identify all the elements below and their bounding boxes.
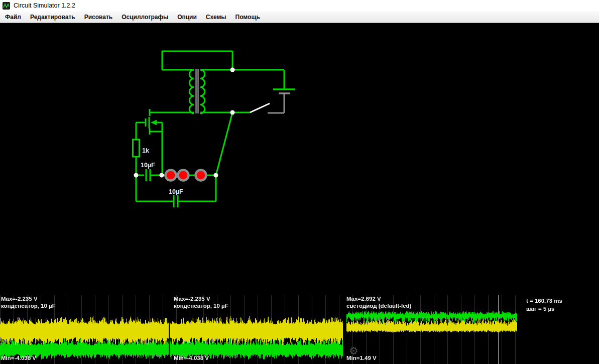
node-led-right (214, 173, 218, 178)
node-switch (230, 110, 235, 115)
transformer[interactable] (189, 69, 232, 113)
scope2-name-label: конденсатор, 10 µF (174, 303, 228, 309)
scope2-min-label: Min=-4.038 V (174, 355, 209, 361)
switch-blade[interactable] (250, 103, 270, 112)
menu-help[interactable]: Помощь (235, 14, 260, 21)
battery-neutral-lead[interactable] (268, 93, 284, 113)
led-2[interactable] (178, 170, 189, 181)
capacitor-1[interactable]: 10µF (136, 162, 162, 181)
menu-edit[interactable]: Редактировать (30, 14, 75, 21)
switch[interactable] (250, 103, 270, 112)
capacitor-1-value-label: 10µF (141, 162, 155, 169)
menu-bar: Файл Редактировать Рисовать Осциллографы… (0, 11, 599, 23)
resistor[interactable]: 1k (133, 140, 149, 157)
scope-settings-gear-icon[interactable]: ⚙ (349, 345, 358, 356)
scope1-name-label: конденсатор, 10 µF (1, 303, 56, 309)
led-chain[interactable] (166, 170, 206, 181)
menu-file[interactable]: Файл (5, 14, 21, 21)
menu-draw[interactable]: Рисовать (84, 14, 113, 21)
transformer-secondary-coil[interactable] (200, 70, 205, 113)
led-1[interactable] (166, 170, 176, 181)
app-icon (3, 2, 10, 10)
scope1-max-label: Max=-2.235 V (1, 296, 38, 302)
scope1-min-label: Min=-4.038 V (1, 355, 36, 361)
mosfet-body-arrow (151, 120, 157, 126)
battery[interactable] (268, 89, 295, 113)
transformer-leads[interactable] (194, 70, 232, 112)
resistor-body[interactable] (133, 140, 140, 157)
capacitor-1-plates[interactable] (146, 169, 150, 181)
menu-circuits[interactable]: Схемы (206, 14, 226, 21)
sim-time-label: t = 160.73 ms (526, 298, 562, 304)
resistor-value-label: 1k (142, 147, 149, 154)
title-bar: Circuit Simulator 1.2.2 (0, 0, 599, 11)
transformer-core (196, 69, 198, 113)
window-title: Circuit Simulator 1.2.2 (14, 2, 75, 9)
capacitor-2-value-label: 10µF (169, 188, 183, 195)
scope2-max-label: Max=-2.235 V (174, 296, 210, 302)
wires[interactable] (136, 51, 284, 201)
sim-step-label: шаг = 5 µs (526, 306, 555, 312)
wire-top-rail[interactable] (232, 70, 284, 89)
node-top-right (230, 68, 235, 72)
wire-top-loop[interactable] (162, 51, 232, 70)
transformer-primary-coil[interactable] (189, 70, 194, 113)
wire-diagonal[interactable] (216, 112, 232, 175)
node-cap-left (134, 173, 139, 178)
led-3[interactable] (196, 170, 206, 181)
node-led-left (160, 173, 164, 178)
menu-oscilloscopes[interactable]: Осциллографы (122, 14, 168, 21)
app-window: Circuit Simulator 1.2.2 Файл Редактирова… (0, 0, 599, 364)
scope3-max-label: Max=2.692 V (346, 296, 381, 302)
capacitor-2[interactable]: 10µF (169, 188, 183, 207)
capacitor-2-plates[interactable] (174, 195, 178, 207)
scope3-min-label: Min=1.49 V (346, 355, 377, 361)
scope3-name-label: светодиод (default-led) (346, 303, 411, 309)
menu-options[interactable]: Опции (177, 14, 197, 21)
